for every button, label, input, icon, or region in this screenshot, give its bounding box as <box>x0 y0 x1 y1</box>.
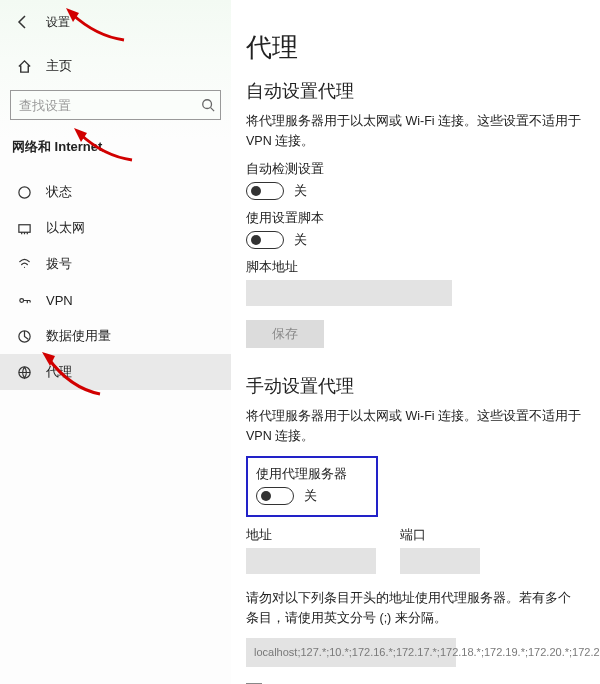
script-address-label: 脚本地址 <box>246 259 582 276</box>
use-proxy-toggle[interactable] <box>256 487 294 505</box>
svg-point-3 <box>19 298 23 302</box>
home-icon <box>16 59 32 74</box>
search-icon <box>195 98 220 112</box>
exceptions-input[interactable]: localhost;127.*;10.*;172.16.*;172.17.*;1… <box>246 638 456 667</box>
sidebar-item-label: 代理 <box>46 363 72 381</box>
ethernet-icon <box>16 221 32 236</box>
sidebar-item-vpn[interactable]: VPN <box>0 282 231 318</box>
address-input[interactable] <box>246 548 376 574</box>
svg-point-0 <box>202 100 211 109</box>
sidebar-item-ethernet[interactable]: 以太网 <box>0 210 231 246</box>
use-script-toggle[interactable] <box>246 231 284 249</box>
port-label: 端口 <box>400 527 480 544</box>
script-address-input[interactable] <box>246 280 452 306</box>
auto-detect-toggle[interactable] <box>246 182 284 200</box>
use-script-state: 关 <box>294 231 307 249</box>
sidebar-item-status[interactable]: 状态 <box>0 174 231 210</box>
manual-proxy-desc: 将代理服务器用于以太网或 Wi-Fi 连接。这些设置不适用于 VPN 连接。 <box>246 406 582 446</box>
svg-point-1 <box>18 186 29 197</box>
save-button[interactable]: 保存 <box>246 320 324 348</box>
sidebar-item-data-usage[interactable]: 数据使用量 <box>0 318 231 354</box>
sidebar-item-label: 数据使用量 <box>46 327 111 345</box>
page-title: 代理 <box>246 30 582 65</box>
proxy-icon <box>16 365 32 380</box>
sidebar: 设置 主页 网络和 Internet 状态 以太网 <box>0 0 232 684</box>
svg-rect-2 <box>18 224 29 232</box>
back-button[interactable] <box>14 13 32 31</box>
app-title: 设置 <box>46 14 70 31</box>
auto-detect-state: 关 <box>294 182 307 200</box>
main-content: 代理 自动设置代理 将代理服务器用于以太网或 Wi-Fi 连接。这些设置不适用于… <box>232 0 600 684</box>
sidebar-item-label: 状态 <box>46 183 72 201</box>
data-usage-icon <box>16 329 32 344</box>
use-script-label: 使用设置脚本 <box>246 210 582 227</box>
status-icon <box>16 185 32 200</box>
sidebar-section-header: 网络和 Internet <box>0 130 231 166</box>
use-proxy-state: 关 <box>304 487 317 505</box>
address-label: 地址 <box>246 527 376 544</box>
vpn-icon <box>16 293 32 308</box>
auto-detect-label: 自动检测设置 <box>246 161 582 178</box>
search-box[interactable] <box>10 90 221 120</box>
sidebar-item-label: 拨号 <box>46 255 72 273</box>
use-proxy-label: 使用代理服务器 <box>256 466 366 483</box>
manual-proxy-heading: 手动设置代理 <box>246 374 582 398</box>
sidebar-item-label: 以太网 <box>46 219 85 237</box>
auto-proxy-desc: 将代理服务器用于以太网或 Wi-Fi 连接。这些设置不适用于 VPN 连接。 <box>246 111 582 151</box>
sidebar-item-proxy[interactable]: 代理 <box>0 354 231 390</box>
sidebar-item-label: VPN <box>46 293 73 308</box>
port-input[interactable] <box>400 548 480 574</box>
use-proxy-highlight: 使用代理服务器 关 <box>246 456 378 517</box>
dialup-icon <box>16 257 32 272</box>
search-input[interactable] <box>11 98 195 113</box>
sidebar-item-dialup[interactable]: 拨号 <box>0 246 231 282</box>
home-label: 主页 <box>46 57 72 75</box>
sidebar-item-home[interactable]: 主页 <box>0 48 231 84</box>
auto-proxy-heading: 自动设置代理 <box>246 79 582 103</box>
exceptions-desc: 请勿对以下列条目开头的地址使用代理服务器。若有多个条目，请使用英文分号 (;) … <box>246 588 582 628</box>
